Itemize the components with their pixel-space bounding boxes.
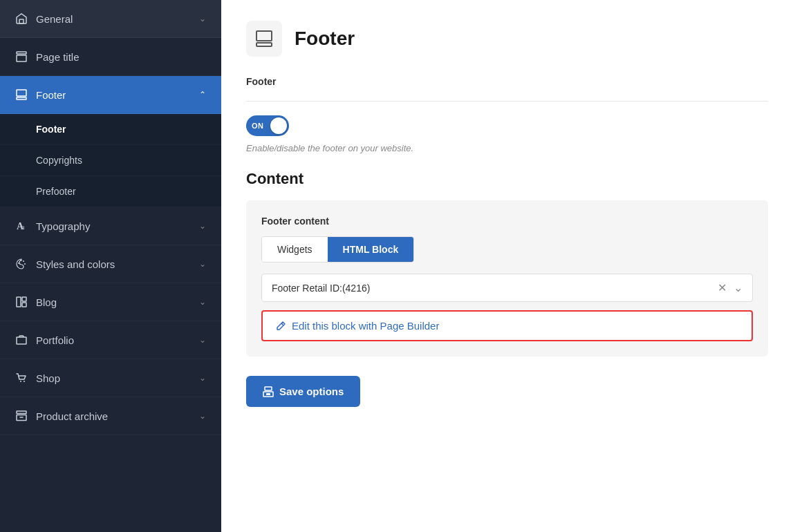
svg-rect-12 (22, 297, 26, 301)
sidebar-item-page-title[interactable]: Page title (0, 38, 221, 76)
svg-rect-19 (256, 31, 272, 41)
svg-rect-13 (22, 303, 26, 307)
svg-rect-14 (17, 337, 26, 344)
svg-rect-21 (265, 387, 272, 390)
chevron-general-icon: ⌄ (199, 14, 206, 23)
layout-icon (15, 50, 28, 63)
sidebar-item-general[interactable]: General ⌄ (0, 0, 221, 38)
tab-html-block[interactable]: HTML Block (328, 237, 414, 262)
svg-rect-17 (17, 411, 26, 414)
svg-rect-4 (17, 97, 26, 99)
svg-point-7 (18, 263, 19, 264)
svg-rect-2 (17, 55, 26, 61)
sidebar-item-blog[interactable]: Blog ⌄ (0, 283, 221, 321)
svg-rect-0 (19, 19, 24, 23)
chevron-blog-icon: ⌄ (199, 297, 206, 307)
sidebar-item-portfolio-label: Portfolio (36, 334, 74, 346)
sidebar-sub-copyrights-item[interactable]: Copyrights (0, 145, 221, 176)
tab-widgets[interactable]: Widgets (262, 237, 328, 262)
svg-rect-3 (17, 90, 26, 96)
cart-icon (15, 372, 28, 384)
content-section: Content Footer content Widgets HTML Bloc… (246, 170, 768, 357)
save-icon (263, 386, 274, 397)
chevron-product-archive-icon: ⌄ (199, 411, 206, 421)
sidebar-item-typography[interactable]: A a Typography ⌄ (0, 207, 221, 245)
edit-block-label: Edit this block with Page Builder (292, 320, 439, 332)
select-value: Footer Retail ID:(4216) (272, 283, 718, 294)
footer-section: Footer ON Enable/disable the footer on y… (246, 76, 768, 153)
sidebar-item-page-title-label: Page title (36, 51, 80, 63)
clear-select-icon[interactable]: ✕ (718, 281, 727, 294)
expand-select-icon[interactable]: ⌄ (734, 281, 743, 294)
sidebar-item-styles-colors[interactable]: Styles and colors ⌄ (0, 245, 221, 283)
chevron-styles-icon: ⌄ (199, 259, 206, 269)
svg-rect-1 (17, 52, 26, 54)
footer-layout-icon (15, 88, 28, 101)
sidebar-item-blog-label: Blog (36, 296, 57, 308)
sidebar-item-product-archive-label: Product archive (36, 410, 108, 422)
sidebar-item-footer-label: Footer (36, 89, 66, 101)
chevron-shop-icon: ⌄ (199, 373, 206, 383)
svg-point-10 (24, 263, 26, 265)
sidebar-item-footer[interactable]: Footer ⌃ (0, 76, 221, 114)
content-tabs: Widgets HTML Block (261, 236, 414, 263)
sidebar: General ⌄ Page title Footer (0, 0, 221, 532)
save-options-label: Save options (279, 386, 344, 397)
content-box-title: Footer content (261, 216, 753, 227)
svg-point-9 (23, 260, 24, 262)
home-icon (15, 12, 28, 25)
page-header-icon (246, 21, 282, 57)
sidebar-item-typography-label: Typography (36, 220, 90, 232)
svg-point-8 (20, 260, 21, 261)
svg-rect-11 (17, 297, 21, 307)
chevron-typography-icon: ⌄ (199, 221, 206, 231)
divider-1 (246, 101, 768, 102)
svg-rect-20 (256, 43, 272, 46)
svg-text:a: a (21, 223, 25, 231)
content-box: Footer content Widgets HTML Block Footer… (246, 200, 768, 357)
main-content: Footer Footer ON Enable/disable the foot… (221, 0, 793, 532)
palette-icon (15, 258, 28, 270)
chevron-portfolio-icon: ⌄ (199, 335, 206, 345)
typography-icon: A a (15, 220, 28, 232)
chevron-footer-icon: ⌃ (199, 90, 206, 99)
edit-block-button[interactable]: Edit this block with Page Builder (261, 310, 753, 341)
sidebar-item-product-archive[interactable]: Product archive ⌄ (0, 397, 221, 435)
sidebar-item-shop-label: Shop (36, 372, 60, 384)
archive-icon (15, 410, 28, 422)
toggle-thumb (270, 117, 287, 134)
edit-pencil-icon (275, 321, 286, 332)
footer-section-label: Footer (246, 76, 768, 87)
toggle-row: ON (246, 115, 768, 136)
sidebar-item-portfolio[interactable]: Portfolio ⌄ (0, 321, 221, 359)
save-options-button[interactable]: Save options (246, 376, 360, 407)
sidebar-sub-footer: Footer Copyrights Prefooter (0, 114, 221, 207)
sidebar-sub-prefooter-item[interactable]: Prefooter (0, 176, 221, 207)
sidebar-item-shop[interactable]: Shop ⌄ (0, 359, 221, 397)
sidebar-sub-footer-item[interactable]: Footer (0, 114, 221, 145)
sidebar-item-general-label: General (36, 13, 73, 25)
select-actions: ✕ ⌄ (718, 281, 743, 294)
svg-point-15 (20, 381, 21, 382)
footer-select[interactable]: Footer Retail ID:(4216) ✕ ⌄ (261, 274, 753, 302)
sidebar-item-styles-colors-label: Styles and colors (36, 258, 115, 270)
content-section-title: Content (246, 170, 768, 188)
page-header: Footer (246, 21, 768, 57)
blog-icon (15, 296, 28, 308)
svg-point-16 (24, 381, 25, 382)
toggle-description: Enable/disable the footer on your websit… (246, 143, 768, 153)
svg-rect-23 (266, 393, 270, 395)
toggle-on-label: ON (252, 122, 264, 130)
page-title: Footer (295, 28, 355, 50)
footer-toggle[interactable]: ON (246, 115, 289, 136)
portfolio-icon (15, 334, 28, 346)
